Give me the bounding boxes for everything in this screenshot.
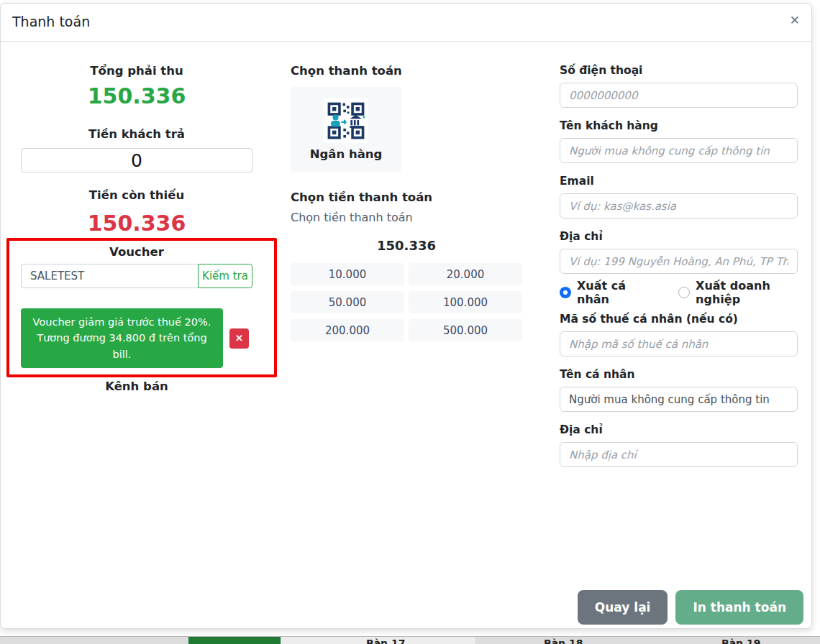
radio-invoice-business-label: Xuất doanh nghiệp: [696, 279, 798, 306]
payment-method-column: Chọn thanh toán: [291, 64, 522, 341]
phone-input[interactable]: [560, 83, 798, 108]
customer-name-label: Tên khách hàng: [560, 119, 798, 133]
print-payment-button[interactable]: In thanh toán: [675, 590, 803, 625]
personal-name-label: Tên cá nhân: [560, 368, 798, 382]
back-button[interactable]: Quay lại: [578, 590, 668, 625]
radio-invoice-personal[interactable]: Xuất cá nhân: [560, 279, 647, 306]
radio-invoice-business[interactable]: Xuất doanh nghiệp: [678, 279, 798, 306]
radio-unchecked-icon: [678, 287, 690, 298]
customer-pay-input[interactable]: [21, 148, 252, 172]
radio-checked-icon: [560, 287, 571, 298]
payment-method-bank[interactable]: Ngân hàng: [291, 87, 401, 172]
total-due-label: Tổng phải thu: [21, 64, 252, 78]
personal-address-label: Địa chỉ: [560, 423, 798, 437]
address-input[interactable]: [560, 249, 798, 274]
background-green-block: [188, 637, 281, 644]
customer-info-column: Số điện thoại Tên khách hàng Email Địa c…: [560, 64, 798, 479]
invoice-type-radio-group: Xuất cá nhân Xuất doanh nghiệp: [560, 285, 798, 300]
quick-amount-button[interactable]: 500.000: [409, 319, 522, 341]
quick-amount-grid: 10.000 20.000 50.000 100.000 200.000 500…: [291, 263, 522, 341]
choose-payment-label: Chọn thanh toán: [291, 64, 522, 78]
email-label: Email: [560, 175, 798, 188]
modal-header: Thanh toán ✕: [1, 4, 811, 42]
quick-amount-button[interactable]: 10.000: [291, 263, 404, 285]
tax-code-label: Mã số thuế cá nhân (nếu có): [560, 313, 798, 326]
voucher-success-message: Voucher giảm giá trước thuế 20%. Tương đ…: [21, 308, 223, 368]
address-label: Địa chỉ: [560, 230, 798, 244]
sales-channel-label: Kênh bán: [21, 380, 252, 393]
bank-method-label: Ngân hàng: [310, 147, 383, 161]
total-due-value: 150.336: [21, 83, 252, 109]
customer-pay-label: Tiền khách trả: [21, 127, 252, 141]
payment-modal: Thanh toán ✕ Tổng phải thu 150.336 Tiền …: [0, 3, 812, 629]
voucher-label: Voucher: [21, 245, 252, 259]
background-table-label: Bàn 18: [544, 638, 583, 644]
background-page-strip: Bàn 17 Bàn 18 Bàn 19: [0, 636, 820, 644]
personal-name-input[interactable]: [560, 387, 798, 412]
email-input[interactable]: [560, 193, 798, 218]
personal-address-input[interactable]: [560, 442, 798, 467]
tax-code-input[interactable]: [560, 331, 798, 356]
bank-qr-icon: [324, 98, 368, 143]
voucher-check-button[interactable]: Kiểm tra: [198, 264, 252, 288]
background-table-label: Bàn 17: [366, 638, 405, 644]
background-table-label: Bàn 19: [721, 638, 760, 644]
close-icon[interactable]: ✕: [790, 14, 800, 27]
remaining-value: 150.336: [21, 211, 252, 236]
voucher-alert-row: Voucher giảm giá trước thuế 20%. Tương đ…: [21, 308, 252, 368]
quick-amount-button[interactable]: 20.000: [409, 263, 522, 285]
quick-amount-button[interactable]: 50.000: [291, 291, 404, 313]
customer-name-input[interactable]: [560, 138, 798, 163]
remaining-label: Tiền còn thiếu: [21, 188, 252, 202]
voucher-remove-icon[interactable]: ✕: [229, 328, 249, 349]
quick-amount-button[interactable]: 200.000: [291, 319, 404, 341]
phone-label: Số điện thoại: [560, 64, 798, 78]
amount-total-value: 150.336: [291, 238, 522, 253]
choose-amount-label: Chọn tiền thanh toán: [291, 190, 522, 204]
choose-amount-subtext: Chọn tiền thanh toán: [291, 211, 522, 224]
modal-footer: Quay lại In thanh toán: [578, 590, 803, 625]
voucher-section: Voucher Kiểm tra Voucher giảm giá trước …: [21, 245, 252, 398]
voucher-code-input[interactable]: [21, 264, 198, 288]
voucher-input-group: Kiểm tra: [21, 264, 252, 288]
payment-summary-column: Tổng phải thu 150.336 Tiền khách trả Tiề…: [21, 64, 252, 236]
modal-title: Thanh toán: [12, 14, 90, 29]
radio-invoice-personal-label: Xuất cá nhân: [577, 279, 647, 306]
quick-amount-button[interactable]: 100.000: [409, 291, 522, 313]
